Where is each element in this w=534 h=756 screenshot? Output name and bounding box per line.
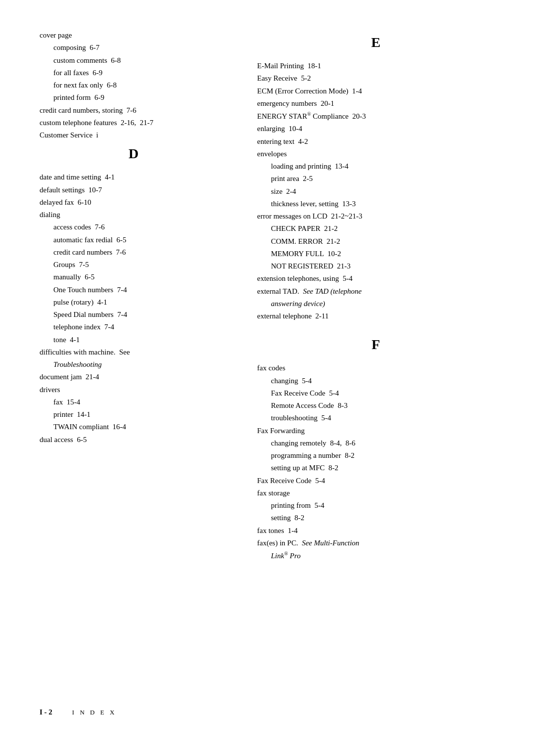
entry-answering-device: answering device): [257, 298, 494, 310]
entry-print-area: print area 2-5: [257, 173, 494, 184]
entry-troubleshooting: Troubleshooting: [40, 359, 227, 370]
entry-email-printing: E-Mail Printing 18-1: [257, 60, 494, 72]
entry-fax-tones: fax tones 1-4: [257, 525, 494, 536]
entry-printed-form: printed form 6-9: [40, 92, 227, 103]
entry-programming-number: programming a number 8-2: [257, 450, 494, 461]
section-d: D date and time setting 4-1 default sett…: [40, 146, 227, 445]
entry-date-time: date and time setting 4-1: [40, 172, 227, 183]
entry-fax-codes-troubleshooting: troubleshooting 5-4: [257, 412, 494, 424]
footer-index-label: I N D E X: [72, 709, 116, 716]
entry-credit-card-storing: credit card numbers, storing 7-6: [40, 105, 227, 116]
entry-twain: TWAIN compliant 16-4: [40, 421, 227, 433]
entry-emergency-numbers: emergency numbers 20-1: [257, 98, 494, 109]
entry-memory-full: MEMORY FULL 10-2: [257, 248, 494, 260]
entry-customer-service: Customer Service i: [40, 130, 227, 141]
entry-for-all-faxes: for all faxes 6-9: [40, 67, 227, 79]
entry-groups: Groups 7-5: [40, 259, 227, 270]
entry-envelopes: envelopes: [257, 148, 494, 160]
section-f-header: F: [257, 337, 494, 353]
entry-faxes-in-pc: fax(es) in PC. See Multi-Function: [257, 537, 494, 549]
entry-auto-fax-redial: automatic fax redial 6-5: [40, 234, 227, 246]
entry-printing-from: printing from 5-4: [257, 500, 494, 511]
entry-fax-codes-changing: changing 5-4: [257, 375, 494, 387]
entry-drivers: drivers: [40, 384, 227, 396]
entry-comm-error: COMM. ERROR 21-2: [257, 236, 494, 247]
right-column: E E-Mail Printing 18-1 Easy Receive 5-2 …: [257, 30, 494, 683]
entry-dual-access: dual access 6-5: [40, 434, 227, 445]
entry-printer-driver: printer 14-1: [40, 409, 227, 420]
entry-credit-card-numbers: credit card numbers 7-6: [40, 247, 227, 258]
entry-pulse-rotary: pulse (rotary) 4-1: [40, 297, 227, 308]
entry-external-tad: external TAD. See TAD (telephone: [257, 286, 494, 297]
entry-easy-receive: Easy Receive 5-2: [257, 73, 494, 84]
entry-fax-forwarding: Fax Forwarding: [257, 425, 494, 437]
entry-changing-remotely: changing remotely 8-4, 8-6: [257, 438, 494, 449]
entry-dialing: dialing: [40, 209, 227, 221]
section-d-header: D: [40, 146, 227, 162]
footer: I - 2 I N D E X: [40, 703, 494, 716]
section-e-header: E: [257, 35, 494, 50]
entry-custom-telephone: custom telephone features 2-16, 21-7: [40, 117, 227, 129]
entry-composing: composing 6-7: [40, 42, 227, 53]
entry-link-pro: Link® Pro: [257, 550, 494, 562]
entry-fax-storage-setting: setting 8-2: [257, 512, 494, 524]
entry-fax-codes: fax codes: [257, 362, 494, 374]
entry-cover-page: cover page: [40, 30, 227, 41]
footer-page-number: I - 2: [40, 708, 52, 716]
entry-default-settings: default settings 10-7: [40, 184, 227, 196]
entry-enlarging: enlarging 10-4: [257, 123, 494, 134]
entry-speed-dial: Speed Dial numbers 7-4: [40, 309, 227, 320]
entry-setting-up-mfc: setting up at MFC 8-2: [257, 462, 494, 474]
entry-remote-access-code: Remote Access Code 8-3: [257, 400, 494, 411]
entry-error-messages: error messages on LCD 21-2~21-3: [257, 211, 494, 222]
entry-not-registered: NOT REGISTERED 21-3: [257, 261, 494, 272]
entry-entering-text: entering text 4-2: [257, 136, 494, 147]
entry-access-codes: access codes 7-6: [40, 222, 227, 233]
section-e: E E-Mail Printing 18-1 Easy Receive 5-2 …: [257, 35, 494, 322]
entry-energy-star: ENERGY STAR® Compliance 20-3: [257, 110, 494, 122]
entry-document-jam: document jam 21-4: [40, 371, 227, 383]
section-f: F fax codes changing 5-4 Fax Receive Cod…: [257, 337, 494, 562]
entry-fax-receive-code-2: Fax Receive Code 5-4: [257, 475, 494, 487]
entry-fax-receive-code-1: Fax Receive Code 5-4: [257, 388, 494, 399]
entry-for-next-fax-only: for next fax only 6-8: [40, 80, 227, 91]
entry-external-telephone: external telephone 2-11: [257, 311, 494, 322]
entry-thickness-lever: thickness lever, setting 13-3: [257, 198, 494, 210]
entry-size: size 2-4: [257, 186, 494, 197]
entry-tone: tone 4-1: [40, 334, 227, 346]
entry-fax-driver: fax 15-4: [40, 397, 227, 408]
entry-check-paper: CHECK PAPER 21-2: [257, 223, 494, 234]
entry-delayed-fax: delayed fax 6-10: [40, 197, 227, 208]
entry-manually: manually 6-5: [40, 271, 227, 283]
entry-ecm: ECM (Error Correction Mode) 1-4: [257, 86, 494, 97]
entry-difficulties: difficulties with machine. See: [40, 347, 227, 358]
intro-entries: cover page composing 6-7 custom comments…: [40, 30, 227, 141]
columns: cover page composing 6-7 custom comments…: [40, 30, 494, 683]
left-column: cover page composing 6-7 custom comments…: [40, 30, 227, 683]
entry-loading-printing: loading and printing 13-4: [257, 161, 494, 172]
entry-custom-comments: custom comments 6-8: [40, 55, 227, 66]
page: cover page composing 6-7 custom comments…: [0, 0, 534, 756]
entry-fax-storage: fax storage: [257, 488, 494, 499]
entry-extension-telephones: extension telephones, using 5-4: [257, 273, 494, 284]
entry-one-touch: One Touch numbers 7-4: [40, 284, 227, 296]
entry-telephone-index: telephone index 7-4: [40, 321, 227, 333]
